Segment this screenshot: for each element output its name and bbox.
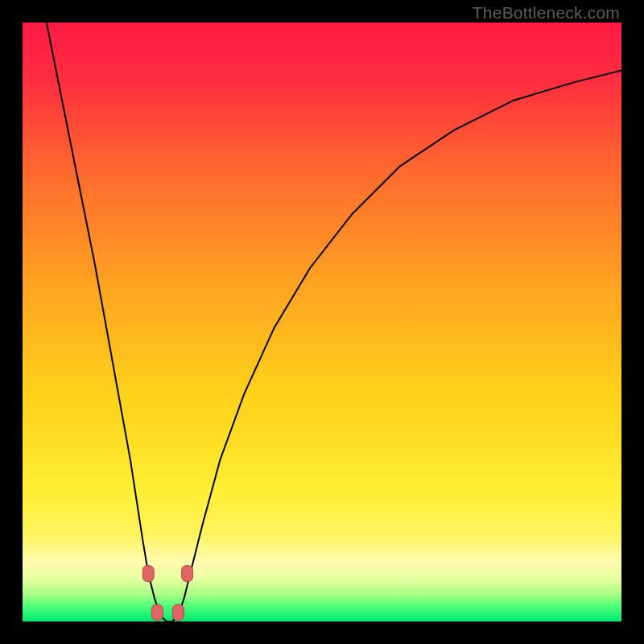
- curve-marker: [182, 566, 193, 582]
- chart-frame: [23, 23, 621, 621]
- curve-marker: [142, 566, 154, 582]
- curve-marker: [172, 605, 184, 621]
- bottleneck-chart: [23, 23, 621, 621]
- chart-background: [23, 23, 621, 621]
- curve-marker: [151, 605, 163, 621]
- watermark-text: TheBottleneck.com: [473, 3, 620, 23]
